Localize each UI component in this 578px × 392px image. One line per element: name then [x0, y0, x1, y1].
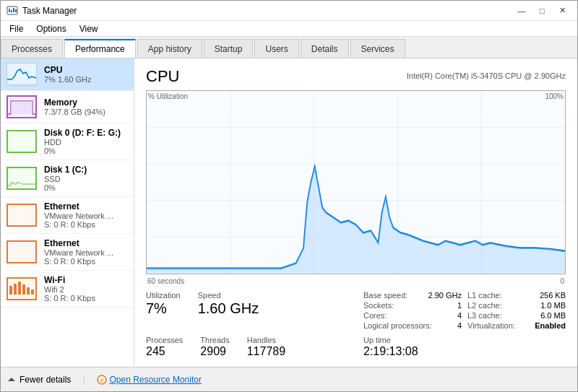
stat-speed: Speed 1.60 GHz	[198, 291, 259, 330]
task-manager-window: Task Manager — □ ✕ File Options View Pro…	[0, 0, 578, 392]
main-header: CPU Intel(R) Core(TM) i5-3470S CPU @ 2.9…	[146, 67, 566, 86]
svg-rect-8	[14, 284, 17, 295]
disk1-sub2: 0%	[44, 183, 128, 192]
stat-utilization: Utilization 7%	[146, 291, 181, 330]
detail-virt: Virtualization: Enabled	[467, 321, 566, 330]
menu-view[interactable]: View	[74, 22, 104, 35]
stat-processes: Processes 245	[146, 336, 183, 358]
base-speed-key: Base speed:	[363, 291, 407, 300]
detail-l1: L1 cache: 256 KB	[467, 291, 566, 300]
detail-base-speed: Base speed: 2.90 GHz	[363, 291, 462, 300]
resource-monitor-label: Open Resource Monitor	[110, 375, 202, 385]
svg-rect-7	[9, 286, 12, 295]
minimize-button[interactable]: —	[512, 4, 531, 18]
chevron-up-icon	[7, 375, 17, 385]
processes-label: Processes	[146, 336, 183, 344]
detail-l3: L3 cache: 6.0 MB	[467, 311, 566, 320]
virt-key: Virtualization:	[467, 321, 515, 330]
speed-value: 1.60 GHz	[198, 300, 259, 317]
cores-key: Cores:	[363, 311, 387, 320]
svg-marker-22	[8, 378, 15, 381]
tab-users[interactable]: Users	[254, 39, 298, 58]
memory-info: Memory 7.3/7.8 GB (94%)	[44, 97, 128, 116]
tab-app-history[interactable]: App history	[137, 39, 202, 58]
resource-monitor-icon: ⚡	[97, 375, 107, 385]
svg-rect-3	[13, 8, 14, 12]
eth0-thumb	[7, 204, 37, 227]
disk0-info: Disk 0 (D: F: E: G:) HDD 0%	[44, 128, 128, 155]
content-area: CPU 7% 1.60 GHz Memory 7.3/7.8 GB (94%)	[1, 58, 577, 367]
fewer-details-button[interactable]: Fewer details	[7, 375, 71, 385]
stat-uptime: Up time 2:19:13:08	[363, 336, 566, 358]
cpu-sub: 7% 1.60 GHz	[44, 75, 128, 84]
sidebar-item-eth0[interactable]: Ethernet VMware Network ... S: 0 R: 0 Kb…	[1, 197, 134, 234]
maximize-button[interactable]: □	[532, 4, 551, 18]
disk1-thumb	[7, 167, 37, 190]
memory-thumb	[7, 95, 37, 118]
sidebar-item-memory[interactable]: Memory 7.3/7.8 GB (94%)	[1, 91, 134, 123]
tab-startup[interactable]: Startup	[204, 39, 254, 58]
detail-l2: L2 cache: 1.0 MB	[467, 301, 566, 310]
logical-key: Logical processors:	[363, 321, 432, 330]
fewer-details-label: Fewer details	[20, 375, 71, 385]
svg-rect-1	[9, 9, 10, 12]
separator: |	[82, 375, 85, 385]
title-bar: Task Manager — □ ✕	[1, 1, 577, 21]
chart-y-max: 100%	[545, 92, 564, 100]
eth1-name: Ethernet	[44, 238, 128, 248]
sidebar-item-disk1[interactable]: Disk 1 (C:) SSD 0%	[1, 160, 134, 197]
processes-value: 245	[146, 344, 183, 358]
l2-val: 1.0 MB	[540, 301, 566, 310]
eth1-thumb	[7, 240, 37, 263]
wifi-sub2: S: 0 R: 0 Kbps	[44, 294, 128, 302]
svg-rect-10	[22, 284, 25, 295]
disk1-info: Disk 1 (C:) SSD 0%	[44, 165, 128, 192]
menu-options[interactable]: Options	[30, 22, 72, 35]
tab-performance[interactable]: Performance	[64, 39, 136, 58]
speed-label: Speed	[198, 291, 259, 300]
svg-rect-4	[15, 9, 17, 12]
cpu-chart: % Utilization 100%	[146, 90, 566, 274]
utilization-value: 7%	[146, 300, 181, 317]
window-controls: — □ ✕	[512, 4, 571, 18]
sidebar-item-eth1[interactable]: Ethernet VMware Network ... S: 0 R: 0 Kb…	[1, 234, 134, 271]
uptime-value: 2:19:13:08	[363, 344, 566, 358]
sidebar-item-cpu[interactable]: CPU 7% 1.60 GHz	[1, 58, 134, 91]
threads-label: Threads	[200, 336, 229, 344]
tab-bar: Processes Performance App history Startu…	[1, 37, 577, 58]
tab-services[interactable]: Services	[350, 39, 405, 58]
detail-logical: Logical processors: 4	[363, 321, 462, 330]
cpu-title: CPU	[146, 67, 179, 86]
memory-name: Memory	[44, 97, 128, 108]
disk0-thumb	[7, 130, 37, 153]
tab-processes[interactable]: Processes	[1, 39, 63, 58]
wifi-info: Wi-Fi Wifi 2 S: 0 R: 0 Kbps	[44, 275, 128, 302]
sidebar-item-disk0[interactable]: Disk 0 (D: F: E: G:) HDD 0%	[1, 123, 134, 160]
chart-x-right: 0	[560, 277, 564, 285]
menu-bar: File Options View	[1, 21, 577, 37]
window-title: Task Manager	[22, 6, 77, 16]
cpu-name: CPU	[44, 65, 128, 75]
cpu-info: CPU 7% 1.60 GHz	[44, 65, 128, 84]
eth0-sub2: S: 0 R: 0 Kbps	[44, 220, 128, 229]
title-bar-left: Task Manager	[7, 5, 77, 17]
svg-rect-12	[31, 289, 34, 295]
tab-details[interactable]: Details	[301, 39, 349, 58]
l1-val: 256 KB	[540, 291, 566, 300]
chart-y-label: % Utilization	[148, 92, 188, 100]
memory-sub: 7.3/7.8 GB (94%)	[44, 108, 128, 116]
cpu-model: Intel(R) Core(TM) i5-3470S CPU @ 2.90GHz	[407, 71, 566, 80]
disk0-sub2: 0%	[44, 147, 128, 155]
close-button[interactable]: ✕	[553, 4, 571, 18]
base-speed-val: 2.90 GHz	[428, 291, 462, 300]
uptime-label: Up time	[363, 336, 566, 344]
sidebar-item-wifi[interactable]: Wi-Fi Wifi 2 S: 0 R: 0 Kbps	[1, 271, 134, 308]
resource-monitor-button[interactable]: ⚡ Open Resource Monitor	[97, 375, 202, 385]
bottom-bar: Fewer details | ⚡ Open Resource Monitor	[1, 367, 577, 391]
svg-rect-11	[27, 287, 30, 295]
svg-rect-9	[18, 282, 21, 295]
main-panel: CPU Intel(R) Core(TM) i5-3470S CPU @ 2.9…	[134, 58, 577, 367]
handles-value: 117789	[247, 344, 285, 358]
menu-file[interactable]: File	[4, 22, 29, 35]
disk0-name: Disk 0 (D: F: E: G:)	[44, 128, 128, 138]
